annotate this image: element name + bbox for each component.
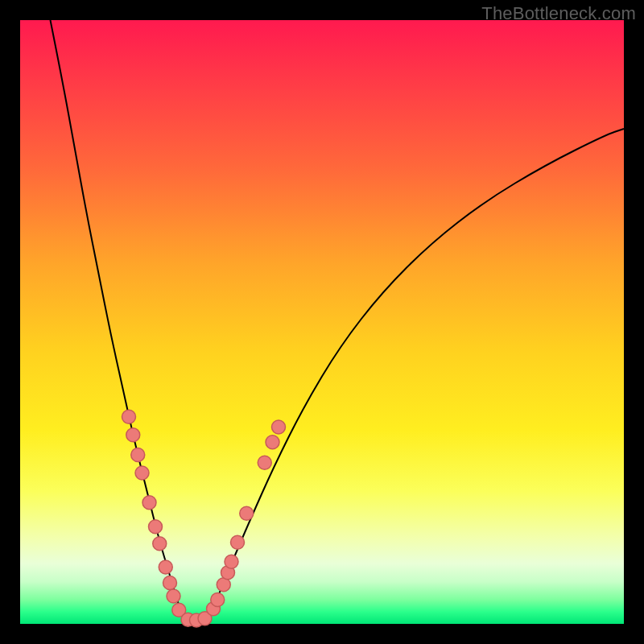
watermark-text: TheBottleneck.com — [481, 3, 636, 24]
marker-dot — [153, 537, 167, 551]
marker-dot — [272, 420, 286, 434]
marker-dot — [159, 560, 172, 574]
bottleneck-curve — [51, 20, 625, 621]
curve-svg — [20, 20, 624, 624]
chart-frame: TheBottleneck.com — [0, 0, 644, 644]
marker-dot — [231, 535, 245, 549]
marker-dots-group — [122, 410, 286, 627]
marker-dot — [266, 436, 279, 449]
marker-dot — [258, 456, 271, 469]
marker-dot — [167, 589, 180, 603]
marker-dot — [122, 410, 136, 423]
plot-area — [20, 20, 624, 624]
marker-dot — [211, 593, 225, 607]
marker-dot — [225, 555, 238, 568]
marker-dot — [163, 576, 177, 590]
marker-dot — [131, 448, 145, 462]
marker-dot — [142, 496, 156, 510]
marker-dot — [149, 520, 163, 534]
marker-dot — [135, 466, 149, 480]
marker-dot — [126, 428, 140, 442]
marker-dot — [240, 506, 254, 520]
